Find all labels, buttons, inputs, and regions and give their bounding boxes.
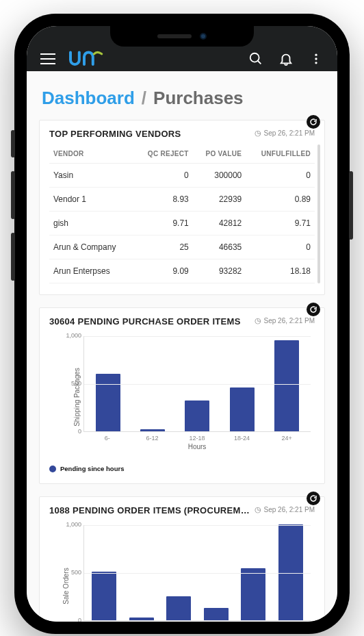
- grid-line: [84, 384, 311, 385]
- col-vendor[interactable]: VENDOR: [49, 144, 134, 164]
- clock-icon: [255, 129, 261, 138]
- table-cell: 42812: [193, 212, 246, 236]
- card-timestamp: Sep 26, 2:21 PM: [255, 505, 315, 514]
- breadcrumb-separator: /: [142, 88, 146, 109]
- breadcrumb-current: Purchases: [153, 88, 244, 109]
- table-cell: 300000: [193, 164, 246, 188]
- table-cell: 8.93: [134, 188, 193, 212]
- ytick: 0: [60, 428, 81, 435]
- svg-line-1: [258, 61, 261, 64]
- table-cell: Yasin: [49, 164, 134, 188]
- col-po-value[interactable]: PO VALUE: [193, 144, 246, 164]
- chart-bar[interactable]: [204, 608, 229, 620]
- search-icon[interactable]: [246, 49, 266, 69]
- grid-line: [84, 525, 311, 526]
- svg-point-3: [315, 58, 317, 60]
- timestamp-text: Sep 26, 2:21 PM: [264, 506, 315, 513]
- xtick: 6-12: [140, 435, 164, 442]
- card-timestamp: Sep 26, 2:21 PM: [255, 129, 315, 138]
- card-pending-order-items: 1088 PENDING ORDER ITEMS (PROCUREM… Sep …: [39, 496, 325, 622]
- table-row[interactable]: Arun Enterpses9.099328218.18: [49, 259, 315, 283]
- table-row[interactable]: Arun & Company25466350: [49, 236, 315, 259]
- side-button: [349, 171, 353, 240]
- breadcrumb: Dashboard / Purchases: [42, 88, 325, 109]
- grid-line: [84, 573, 311, 574]
- card-top-vendors: TOP PERFORMING VENDORS Sep 26, 2:21 PM V…: [39, 120, 325, 295]
- col-qc-reject[interactable]: QC REJECT: [134, 144, 193, 164]
- table-row[interactable]: Vendor 18.93229390.89: [49, 188, 315, 212]
- chart-pending-po: Shipping Packages 1,000 500 0 6-6-1212-1…: [49, 332, 315, 462]
- timestamp-text: Sep 26, 2:21 PM: [264, 317, 315, 325]
- refresh-icon[interactable]: [307, 492, 320, 505]
- svg-point-2: [315, 54, 317, 56]
- ytick: 0: [60, 617, 81, 622]
- chart-yticks: 1,000 500 0: [60, 521, 81, 622]
- table-cell: 93282: [193, 259, 246, 283]
- svg-point-4: [315, 62, 317, 64]
- table-cell: 0.89: [246, 188, 315, 212]
- table-row[interactable]: Yasin03000000: [49, 164, 315, 188]
- clock-icon: [255, 316, 261, 325]
- chart-bar[interactable]: [166, 596, 191, 620]
- chart-pending-orders: Sale Orders 1,000 500 0 2-2-44-66-88-101…: [49, 521, 315, 622]
- table-cell: 9.71: [246, 212, 315, 236]
- xtick: 12-18: [185, 435, 209, 442]
- chart-bar[interactable]: [241, 568, 265, 620]
- table-cell: 0: [134, 164, 193, 188]
- side-button: [11, 130, 15, 157]
- chart-yticks: 1,000 500 0: [60, 332, 81, 435]
- svg-point-0: [250, 53, 259, 62]
- vendor-table-wrap: VENDOR QC REJECT PO VALUE UNFULFILLED Ya…: [49, 144, 315, 283]
- refresh-icon[interactable]: [307, 115, 320, 129]
- card-title: 1088 PENDING ORDER ITEMS (PROCUREM…: [49, 505, 250, 516]
- bell-icon[interactable]: [276, 49, 296, 69]
- content-scroll[interactable]: Dashboard / Purchases TOP PERFORMING VEN…: [27, 71, 337, 622]
- chart-bar[interactable]: [274, 340, 299, 431]
- legend-label: Pending since hours: [60, 465, 124, 472]
- screen: Dashboard / Purchases TOP PERFORMING VEN…: [27, 26, 337, 622]
- table-cell: 18.18: [246, 259, 315, 283]
- table-cell: 9.71: [134, 212, 193, 236]
- table-cell: Arun & Company: [49, 236, 134, 259]
- chart-bar[interactable]: [129, 618, 154, 620]
- xtick: 18-24: [230, 435, 255, 442]
- breadcrumb-link-dashboard[interactable]: Dashboard: [42, 88, 135, 109]
- table-cell: 25: [134, 236, 193, 259]
- ytick: 1,000: [60, 332, 81, 339]
- table-cell: Arun Enterpses: [49, 259, 134, 283]
- col-unfulfilled[interactable]: UNFULFILLED: [246, 144, 315, 164]
- chart-xlabel: Hours: [83, 443, 311, 450]
- chart-bar[interactable]: [92, 572, 116, 620]
- chart-bar[interactable]: [96, 374, 120, 431]
- refresh-icon[interactable]: [307, 303, 320, 316]
- ytick: 1,000: [60, 521, 81, 528]
- table-cell: 46635: [193, 236, 246, 259]
- card-pending-po-items: 30604 PENDING PURCHASE ORDER ITEMS Sep 2…: [39, 307, 325, 484]
- xtick: 24+: [274, 435, 299, 442]
- timestamp-text: Sep 26, 2:21 PM: [264, 129, 315, 137]
- chart-bar[interactable]: [185, 400, 209, 431]
- chart-plot: 1,000 500 0: [83, 525, 311, 621]
- card-title: 30604 PENDING PURCHASE ORDER ITEMS: [49, 316, 241, 327]
- menu-icon[interactable]: [38, 49, 58, 69]
- chart-xticks: 2-2-44-66-88-1010+: [83, 621, 311, 622]
- side-button: [11, 171, 15, 219]
- notch: [27, 26, 337, 47]
- phone-frame: Dashboard / Purchases TOP PERFORMING VEN…: [14, 14, 350, 634]
- table-row[interactable]: gish9.71428129.71: [49, 212, 315, 236]
- ytick: 500: [60, 380, 81, 387]
- table-cell: Vendor 1: [49, 188, 134, 212]
- chart-bar[interactable]: [230, 387, 255, 431]
- app-logo[interactable]: [68, 51, 117, 67]
- card-title: TOP PERFORMING VENDORS: [49, 129, 181, 139]
- table-cell: 9.09: [134, 259, 193, 283]
- chart-xticks: 6-6-1212-1818-2424+: [83, 432, 311, 442]
- clock-icon: [255, 505, 261, 514]
- table-cell: 0: [246, 164, 315, 188]
- chart-bar[interactable]: [140, 429, 165, 431]
- overflow-menu-icon[interactable]: [306, 49, 326, 69]
- table-cell: gish: [49, 212, 134, 236]
- side-button: [11, 233, 15, 281]
- table-cell: 22939: [193, 188, 246, 212]
- vendor-table: VENDOR QC REJECT PO VALUE UNFULFILLED Ya…: [49, 144, 315, 283]
